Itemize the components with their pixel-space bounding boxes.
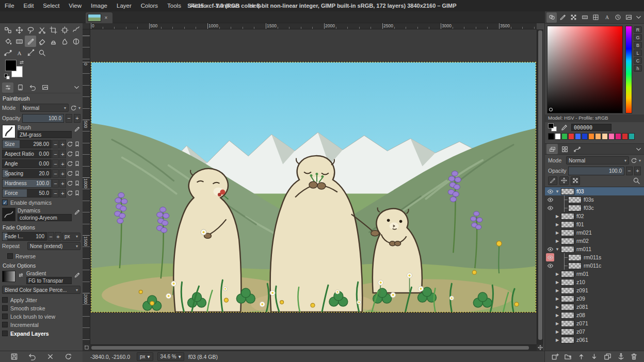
- palette-swatch-5[interactable]: [582, 133, 588, 140]
- layer-row-rm01[interactable]: ▶ rm01: [545, 270, 644, 278]
- layer-expander[interactable]: ▼: [554, 189, 560, 194]
- quick-mask-toggle[interactable]: [83, 344, 90, 351]
- tool-unified-transform[interactable]: [59, 24, 70, 36]
- dynamics-link-button[interactable]: [74, 179, 81, 188]
- channel-L-button[interactable]: L: [634, 50, 642, 56]
- layer-visibility-toggle[interactable]: [546, 286, 554, 294]
- fonts-dock-tab[interactable]: A: [602, 12, 612, 23]
- layer-expander[interactable]: ▶: [554, 239, 560, 243]
- tool-free-select[interactable]: [25, 24, 36, 36]
- layer-row-f03s[interactable]: f03s: [545, 195, 644, 204]
- delete-button[interactable]: [629, 352, 640, 361]
- tool-measure[interactable]: [25, 47, 36, 58]
- fg-bg-mini-swatch[interactable]: [548, 123, 557, 131]
- ruler-origin-box[interactable]: [83, 23, 90, 29]
- eye-icon[interactable]: [547, 196, 554, 203]
- layer-visibility-toggle[interactable]: [546, 270, 554, 278]
- layers-dock-tab[interactable]: [546, 144, 558, 154]
- decrement-button[interactable]: −: [52, 150, 59, 158]
- search-button[interactable]: [632, 176, 641, 185]
- checkbox[interactable]: [2, 314, 8, 319]
- reset-button[interactable]: [67, 159, 73, 168]
- opacity-increment-button[interactable]: +: [74, 114, 81, 123]
- channel-h-button[interactable]: h: [634, 65, 642, 72]
- checkbox[interactable]: ✓: [2, 200, 8, 205]
- layer-row-z091[interactable]: ▶ z091: [545, 286, 644, 294]
- close-tab-icon[interactable]: ×: [103, 14, 109, 22]
- brushes-dock-tab[interactable]: [557, 12, 568, 23]
- tool-bucket-fill[interactable]: [2, 36, 13, 47]
- layer-row-f03c[interactable]: f03c: [545, 204, 644, 212]
- channels-dock-tab[interactable]: [559, 144, 570, 154]
- layer-opacity-increment[interactable]: +: [634, 167, 641, 175]
- horizontal-scrollbar-thumb[interactable]: [91, 346, 529, 350]
- eye-icon[interactable]: [547, 246, 554, 253]
- gradient-selector[interactable]: Gradient FG to Transpar: [2, 271, 81, 284]
- layer-row-z10[interactable]: ▶ z10: [545, 278, 644, 286]
- delete-tool-preset-button[interactable]: [46, 352, 55, 361]
- dynamics-link-button[interactable]: [74, 140, 81, 149]
- layer-opacity-slider[interactable]: 100.0: [568, 167, 624, 175]
- palette-swatch-0[interactable]: [548, 133, 554, 140]
- menu-edit[interactable]: Edit: [19, 0, 39, 11]
- gradient-preview[interactable]: [2, 271, 15, 282]
- reset-button[interactable]: [67, 189, 73, 198]
- layer-row-rm011s[interactable]: rm011s: [545, 253, 644, 261]
- tool-text[interactable]: A: [13, 47, 25, 58]
- decrement-button[interactable]: −: [52, 159, 59, 168]
- repeat-dropdown[interactable]: None (extend)▾: [27, 242, 81, 250]
- layer-visibility-toggle[interactable]: [546, 303, 554, 311]
- menu-image[interactable]: Image: [86, 0, 112, 11]
- palette-swatch-8[interactable]: [602, 133, 608, 140]
- checkbox[interactable]: [7, 253, 13, 259]
- lock-pixels-button[interactable]: [548, 176, 557, 185]
- tool-options-dock-tab[interactable]: [2, 83, 13, 93]
- layer-mode-reset-button[interactable]: [631, 156, 637, 165]
- undo-history-dock-tab[interactable]: [27, 83, 38, 93]
- channel-G-button[interactable]: G: [634, 34, 642, 41]
- layer-expander[interactable]: ▼: [554, 247, 560, 252]
- menu-colors[interactable]: Colors: [136, 0, 163, 11]
- layer-visibility-toggle[interactable]: [546, 336, 554, 344]
- layer-visibility-toggle[interactable]: [546, 253, 554, 261]
- layer-expander[interactable]: ▶: [554, 321, 560, 326]
- palette-swatch-12[interactable]: [629, 133, 635, 140]
- tool-paintbrush[interactable]: [25, 36, 36, 47]
- brush-name[interactable]: ZM-grass: [18, 131, 72, 138]
- lock-alpha-button[interactable]: [571, 176, 580, 185]
- decrement-button[interactable]: −: [52, 140, 59, 149]
- reset-tool-options-button[interactable]: [64, 352, 73, 361]
- menu-select[interactable]: Select: [38, 0, 64, 11]
- layer-row-rm011[interactable]: ▼ rm011: [545, 245, 644, 253]
- duplicate-button[interactable]: [602, 352, 614, 361]
- menu-view[interactable]: View: [64, 0, 86, 11]
- layer-visibility-toggle[interactable]: [546, 204, 554, 212]
- checkbox[interactable]: [2, 305, 8, 311]
- increment-button[interactable]: +: [59, 189, 66, 198]
- layer-row-rm011c[interactable]: rm011c: [545, 261, 644, 270]
- layer-visibility-toggle[interactable]: [546, 245, 554, 253]
- enable-dynamics-toggle[interactable]: ✓ Enable dynamics: [2, 199, 81, 206]
- expand-layers-toggle[interactable]: Expand Layers: [2, 330, 81, 337]
- palette-swatch-1[interactable]: [555, 133, 561, 140]
- document-history-dock-tab[interactable]: [613, 12, 623, 23]
- canvas-artwork[interactable]: [91, 62, 536, 312]
- spin-slider[interactable]: Size 298.00: [2, 140, 52, 149]
- device-status-dock-tab[interactable]: [14, 83, 26, 93]
- images-dock-tab[interactable]: [39, 83, 51, 93]
- zoom-dropdown[interactable]: 34.6 %▾: [157, 352, 184, 361]
- layer-expander[interactable]: ▶: [554, 305, 560, 309]
- tool-warp[interactable]: [70, 24, 82, 36]
- spin-slider[interactable]: Spacing 20.0: [2, 169, 52, 178]
- blend-color-space-dropdown[interactable]: Blend Color Space Perce...▾: [2, 286, 81, 294]
- toggle-incremental[interactable]: Incremental: [2, 321, 81, 328]
- new-layer-button[interactable]: [549, 352, 560, 361]
- navigation-preview-button[interactable]: [537, 344, 543, 351]
- layer-visibility-toggle[interactable]: [546, 261, 554, 270]
- spin-slider[interactable]: Angle 0.00: [2, 159, 52, 168]
- spin-slider[interactable]: Force 50.0: [2, 189, 52, 198]
- increment-button[interactable]: +: [59, 140, 66, 149]
- hex-color-input[interactable]: 000000: [571, 124, 611, 131]
- palette-swatch-3[interactable]: [568, 133, 574, 140]
- mode-reset-button[interactable]: [70, 104, 77, 112]
